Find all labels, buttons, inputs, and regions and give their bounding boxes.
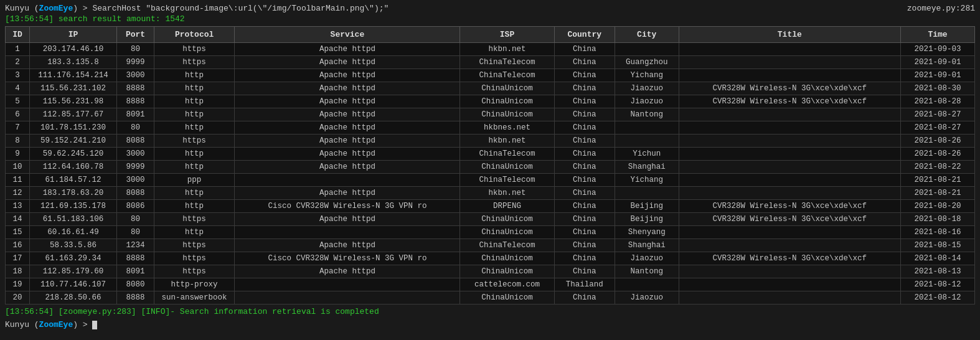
table-cell: 115.56.231.98	[29, 95, 116, 108]
col-header-service: Service	[235, 27, 460, 43]
table-cell	[235, 226, 460, 239]
col-header-title: Title	[679, 27, 901, 43]
table-cell: http	[154, 95, 235, 108]
table-cell	[679, 226, 901, 239]
table-cell: 112.64.160.78	[29, 161, 116, 174]
table-cell: http	[154, 69, 235, 82]
table-cell: Beijing	[615, 213, 679, 226]
table-cell: 183.178.63.20	[29, 187, 116, 200]
col-header-time: Time	[901, 27, 975, 43]
table-cell: CVR328W Wireless-N 3G\xce\xde\xcf	[679, 200, 901, 213]
table-cell: 2021-08-16	[901, 226, 975, 239]
table-cell: Apache httpd	[235, 187, 460, 200]
table-cell: 3000	[117, 148, 154, 161]
table-cell: 59.62.245.120	[29, 148, 116, 161]
table-cell: Jiaozuo	[615, 252, 679, 265]
table-cell	[615, 278, 679, 291]
table-row: 12183.178.63.208088httpApache httpdhkbn.…	[6, 187, 975, 200]
table-cell: 9999	[117, 56, 154, 69]
table-row: 18112.85.179.608091httpsApache httpdChin…	[6, 265, 975, 278]
table-cell: 203.174.46.10	[29, 43, 116, 56]
table-cell: cattelecom.com	[460, 278, 554, 291]
table-cell: 61.184.57.12	[29, 174, 116, 187]
table-cell: 13	[6, 200, 30, 213]
table-cell: ChinaUnicom	[460, 291, 554, 305]
table-cell: China	[554, 43, 615, 56]
table-row: 1658.33.5.861234httpsApache httpdChinaTe…	[6, 239, 975, 252]
table-cell: Apache httpd	[235, 121, 460, 135]
table-cell	[679, 56, 901, 69]
cursor	[92, 321, 97, 329]
table-cell	[615, 121, 679, 135]
table-cell: China	[554, 213, 615, 226]
table-cell: Shanghai	[615, 161, 679, 174]
table-cell: 115.56.231.102	[29, 82, 116, 95]
table-cell: Jiaozuo	[615, 95, 679, 108]
table-cell: http	[154, 161, 235, 174]
table-cell	[679, 239, 901, 252]
table-row: 2183.3.135.89999httpsApache httpdChinaTe…	[6, 56, 975, 69]
table-cell: 3	[6, 69, 30, 82]
table-cell: Apache httpd	[235, 265, 460, 278]
table-cell: 8080	[117, 278, 154, 291]
table-cell	[615, 135, 679, 148]
table-cell: ChinaTelecom	[460, 69, 554, 82]
table-cell: Jiaozuo	[615, 82, 679, 95]
table-header-row: ID IP Port Protocol Service ISP Country …	[6, 27, 975, 43]
table-cell: 2021-09-03	[901, 43, 975, 56]
search-result-line: [13:56:54] search result amount: 1542	[5, 14, 975, 24]
table-cell: 8091	[117, 108, 154, 121]
table-cell: 6	[6, 108, 30, 121]
script-name: zoomeye.py:281	[907, 4, 975, 13]
table-cell: 112.85.179.60	[29, 265, 116, 278]
table-cell: 2021-08-20	[901, 200, 975, 213]
table-cell: ChinaTelecom	[460, 56, 554, 69]
table-cell: hkbn.net	[460, 187, 554, 200]
table-cell: http	[154, 82, 235, 95]
table-cell	[679, 43, 901, 56]
table-cell: http	[154, 148, 235, 161]
top-bar: Kunyu (ZoomEye) > SearchHost "background…	[5, 4, 975, 13]
table-cell: Yichang	[615, 174, 679, 187]
table-row: 859.152.241.2108088httpsApache httpdhkbn…	[6, 135, 975, 148]
col-header-id: ID	[6, 27, 30, 43]
table-cell: CVR328W Wireless-N 3G\xce\xde\xcf	[679, 252, 901, 265]
table-cell	[679, 69, 901, 82]
table-cell: 16	[6, 239, 30, 252]
table-cell: China	[554, 239, 615, 252]
table-cell: 2021-08-15	[901, 239, 975, 252]
table-cell: 1	[6, 43, 30, 56]
table-cell: 2021-08-13	[901, 265, 975, 278]
brand-label-2: ZoomEye	[39, 320, 73, 329]
table-cell: 17	[6, 252, 30, 265]
table-cell: China	[554, 56, 615, 69]
prompt-text: Kunyu (ZoomEye) >	[5, 320, 92, 329]
table-cell: 5	[6, 95, 30, 108]
table-cell	[679, 265, 901, 278]
table-cell: Apache httpd	[235, 239, 460, 252]
table-row: 6112.85.177.678091httpApache httpdChinaU…	[6, 108, 975, 121]
table-cell	[679, 187, 901, 200]
table-cell: ChinaUnicom	[460, 82, 554, 95]
table-cell: https	[154, 265, 235, 278]
table-cell: 8088	[117, 135, 154, 148]
table-cell: 110.77.146.107	[29, 278, 116, 291]
col-header-country: Country	[554, 27, 615, 43]
table-cell: 2021-08-26	[901, 135, 975, 148]
table-cell: 218.28.50.66	[29, 291, 116, 305]
table-cell	[679, 121, 901, 135]
table-cell: DRPENG	[460, 200, 554, 213]
table-cell: China	[554, 200, 615, 213]
table-cell	[679, 291, 901, 305]
table-cell: 112.85.177.67	[29, 108, 116, 121]
table-cell: China	[554, 174, 615, 187]
table-cell: 3000	[117, 174, 154, 187]
table-cell: 61.163.29.34	[29, 252, 116, 265]
table-cell: 14	[6, 213, 30, 226]
table-cell: 2021-08-21	[901, 187, 975, 200]
table-row: 959.62.245.1203000httpApache httpdChinaT…	[6, 148, 975, 161]
table-cell: 8888	[117, 252, 154, 265]
brand-label: ZoomEye	[39, 4, 73, 13]
table-cell: China	[554, 69, 615, 82]
table-cell: ChinaUnicom	[460, 213, 554, 226]
